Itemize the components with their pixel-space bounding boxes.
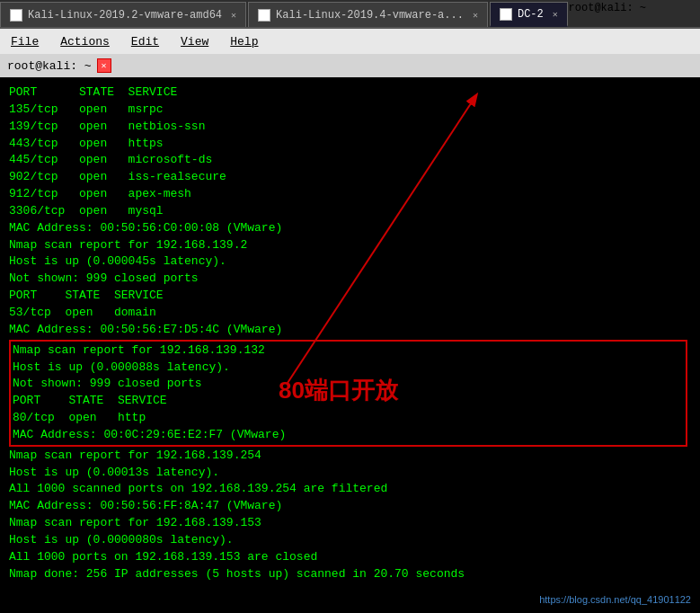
menu-view[interactable]: View [177,33,212,50]
terminal-line: MAC Address: 00:50:56:FF:8A:47 (VMware) [9,498,691,515]
terminal-line: Not shown: 999 closed ports [13,376,684,393]
tab-label-kali1: Kali-Linux-2019.2-vmware-amd64 [28,9,222,22]
menu-actions[interactable]: Actions [57,33,113,50]
terminal-line: Nmap scan report for 192.168.139.132 [13,342,684,360]
terminal-line: Host is up (0.000045s latency). [9,253,691,271]
menu-help[interactable]: Help [226,33,261,50]
watermark-label: https://blog.csdn.net/qq_41901122 [539,593,691,608]
terminal-line: MAC Address: 00:50:56:C0:00:08 (VMware) [9,220,691,237]
terminal-line: 912/tcp open apex-mesh [9,186,691,203]
terminal-line: 139/tcp open netbios-ssn [9,119,691,136]
terminal-line: PORT STATE SERVICE [9,288,691,305]
terminal-line: Nmap done: 256 IP addresses (5 hosts up)… [9,566,691,583]
tab-dc2[interactable]: DC-2 ✕ [490,2,568,27]
tab-icon-kali1 [10,9,22,22]
terminal-line: MAC Address: 00:0C:29:6E:E2:F7 (VMware) [13,427,684,444]
terminal-line: MAC Address: 00:50:56:E7:D5:4C (VMware) [9,322,691,339]
terminal-line: 80/tcp open http [13,410,684,427]
terminal-line: 3306/tcp open mysql [9,203,691,220]
terminal-line: 53/tcp open domain [9,305,691,322]
terminal-line: Not shown: 999 closed ports [9,271,691,288]
terminal-header: root@kali: ~ ✕ [0,54,700,77]
tab-kali-2[interactable]: Kali-Linux-2019.4-vmware-a... ✕ [248,2,488,27]
tab-icon-dc2 [500,8,512,21]
terminal-line: PORT STATE SERVICE [9,84,691,102]
terminal-line: 902/tcp open iss-realsecure [9,169,691,186]
menu-bar: File Actions Edit View Help [0,29,700,54]
terminal-title: root@kali: ~ [7,59,92,73]
terminal-line: Host is up (0.00013s latency). [9,465,691,482]
floating-root-label: root@kali: ~ [569,2,646,14]
terminal-line: Nmap scan report for 192.168.139.254 [9,448,691,465]
terminal-line: Host is up (0.0000080s latency). [9,532,691,549]
tab-kali-1[interactable]: Kali-Linux-2019.2-vmware-amd64 ✕ [0,2,246,27]
terminal-line: 445/tcp open microsoft-ds [9,152,691,169]
terminal-line: PORT STATE SERVICE [13,393,684,410]
tab-close-kali2[interactable]: ✕ [473,10,478,21]
tab-icon-kali2 [258,9,270,22]
terminal-lines-container: PORT STATE SERVICE135/tcp open msrpc139/… [9,84,691,582]
terminal-close-button[interactable]: ✕ [97,58,111,73]
tab-close-dc2[interactable]: ✕ [553,9,558,20]
terminal-line: Nmap scan report for 192.168.139.153 [9,515,691,532]
tab-label-dc2: DC-2 [518,8,544,21]
terminal-line: Host is up (0.000088s latency). [13,360,684,377]
terminal-line: All 1000 ports on 192.168.139.153 are cl… [9,549,691,566]
terminal-line: All 1000 scanned ports on 192.168.139.25… [9,481,691,498]
terminal-line: 135/tcp open msrpc [9,102,691,119]
menu-file[interactable]: File [7,33,42,50]
terminal-line: 443/tcp open https [9,136,691,153]
terminal-line: Nmap scan report for 192.168.139.2 [9,237,691,254]
terminal-body[interactable]: 80端口开放 https://blog.csdn.net/qq_41901122… [0,77,700,613]
tab-label-kali2: Kali-Linux-2019.4-vmware-a... [276,9,464,22]
tab-close-kali1[interactable]: ✕ [231,10,236,21]
menu-edit[interactable]: Edit [128,33,163,50]
